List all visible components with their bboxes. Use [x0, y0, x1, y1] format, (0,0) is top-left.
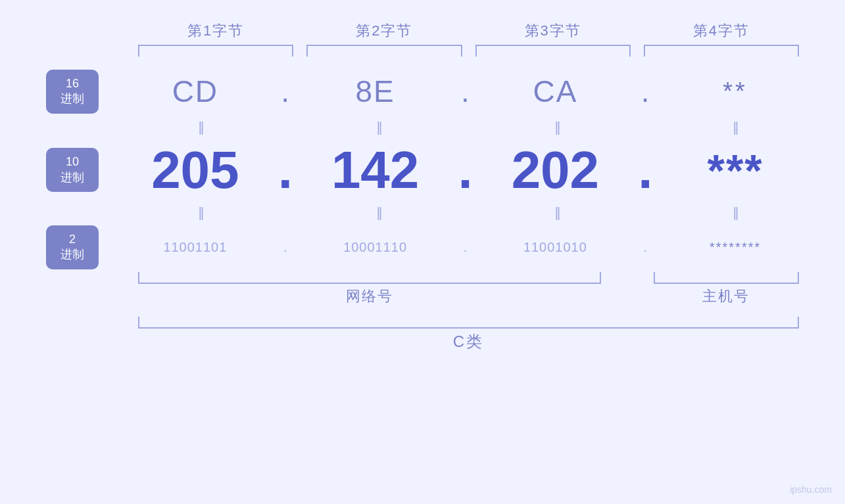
hex-badge: 16 进制 — [46, 70, 99, 114]
hex-byte4: ** — [665, 78, 806, 106]
eq2-d2 — [449, 203, 489, 221]
dec-row: 10 进制 205 . 142 . 202 . *** — [39, 140, 806, 200]
eq1-b3: ‖ — [489, 118, 627, 136]
bracket-byte4 — [644, 45, 799, 57]
equals-row-2: ‖ ‖ ‖ ‖ — [39, 203, 806, 221]
byte2-header: 第2字节 — [300, 21, 468, 41]
eq1-b2: ‖ — [310, 118, 448, 136]
bin-byte4: ******** — [665, 240, 806, 255]
bracket-byte1 — [138, 45, 293, 57]
dec-byte1: 205 — [125, 140, 266, 200]
bin-dot2: . — [446, 240, 485, 255]
dec-label: 10 进制 — [39, 148, 125, 192]
dec-badge: 10 进制 — [46, 148, 99, 192]
eq1-b4: ‖ — [667, 118, 806, 136]
bottom-brackets — [39, 272, 806, 284]
bin-byte1: 11001101 — [125, 240, 266, 255]
host-bracket — [654, 272, 799, 284]
bottom-labels: 网络号 主机号 — [39, 286, 806, 306]
hex-dot2: . — [446, 74, 485, 109]
hex-byte1: CD — [125, 74, 266, 109]
byte4-header: 第4字节 — [637, 21, 806, 41]
bin-dot1: . — [266, 240, 305, 255]
bin-label: 2 进制 — [39, 225, 125, 269]
hex-dot3: . — [625, 74, 665, 109]
hex-dot1: . — [266, 74, 305, 109]
hex-byte3: CA — [485, 74, 626, 109]
bin-byte3: 11001010 — [485, 240, 626, 255]
main-container: 第1字节 第2字节 第3字节 第4字节 16 进制 CD . 8E — [0, 0, 845, 504]
eq2-b3: ‖ — [489, 203, 627, 221]
dec-dot3: . — [625, 140, 665, 200]
hex-row: 16 进制 CD . 8E . CA . ** — [39, 70, 806, 114]
dec-dot2: . — [446, 140, 485, 200]
bin-dot3: . — [625, 240, 665, 255]
equals-row-1: ‖ ‖ ‖ ‖ — [39, 118, 806, 136]
eq1-d2 — [449, 118, 489, 136]
hex-label: 16 进制 — [39, 70, 125, 114]
bracket-byte2 — [306, 45, 462, 57]
watermark: ipshu.com — [790, 484, 832, 495]
eq2-b1: ‖ — [132, 203, 270, 221]
cclass-label: C类 — [132, 331, 806, 352]
bin-byte2: 10001110 — [305, 240, 446, 255]
bin-row: 2 进制 11001101 . 10001110 . 11001010 . — [39, 225, 806, 269]
byte1-header: 第1字节 — [132, 21, 300, 41]
eq2-d1 — [270, 203, 310, 221]
dec-byte2: 142 — [305, 140, 446, 200]
dec-values: 205 . 142 . 202 . *** — [125, 140, 806, 200]
cclass-bracket-row — [39, 317, 806, 329]
eq1-d1 — [270, 118, 310, 136]
cclass-label-row: C类 — [39, 331, 806, 352]
bracket-byte3 — [475, 45, 631, 57]
hex-values: CD . 8E . CA . ** — [125, 74, 806, 109]
eq1-d3 — [627, 118, 667, 136]
bottom-dot-spacer — [608, 272, 647, 284]
dec-dot1: . — [266, 140, 305, 200]
bin-badge: 2 进制 — [46, 225, 99, 269]
byte3-header: 第3字节 — [469, 21, 637, 41]
eq2-b2: ‖ — [310, 203, 448, 221]
network-bracket-wrap — [132, 272, 608, 284]
byte-headers: 第1字节 第2字节 第3字节 第4字节 — [39, 21, 806, 41]
eq1-b1: ‖ — [132, 118, 270, 136]
top-brackets — [39, 45, 806, 57]
eq2-b4: ‖ — [667, 203, 806, 221]
hex-byte2: 8E — [305, 74, 446, 109]
host-bracket-wrap — [647, 272, 806, 284]
network-label: 网络号 — [132, 286, 608, 306]
network-bracket — [138, 272, 601, 284]
eq2-d3 — [627, 203, 667, 221]
dec-byte4: *** — [665, 145, 806, 196]
cclass-bracket — [138, 317, 799, 329]
host-label: 主机号 — [647, 286, 806, 306]
dec-byte3: 202 — [485, 140, 626, 200]
bin-values: 11001101 . 10001110 . 11001010 . *******… — [125, 240, 806, 255]
